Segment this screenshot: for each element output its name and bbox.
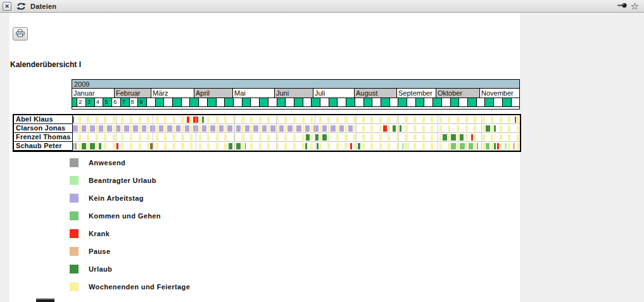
day-cell: [283, 143, 284, 149]
legend: AnwesendBeantragter UrlaubKein Arbeitsta…: [70, 158, 190, 300]
weekend-cell: [284, 116, 287, 123]
day-cell: [429, 116, 431, 123]
weeks-row: 23456789: [72, 98, 519, 107]
week-group: [331, 124, 339, 132]
refresh-icon[interactable]: [16, 3, 26, 10]
weekend-cell: [362, 134, 365, 141]
day-cell: [352, 125, 353, 132]
weekend-cell: [396, 134, 399, 141]
week-group: [305, 124, 314, 132]
week-group: [331, 133, 339, 141]
weekend-cell: [422, 143, 425, 149]
weekend-cell: [267, 143, 270, 149]
weekend-cell: [396, 125, 399, 132]
weekend-cell: [302, 116, 305, 123]
day-cell: [94, 116, 95, 123]
week-group: [107, 115, 116, 123]
day-cell: [429, 134, 431, 141]
day-cell: [395, 134, 396, 141]
day-cell: [223, 116, 224, 123]
month-cell: November: [480, 89, 519, 98]
week-group: [469, 142, 477, 150]
week-group: [451, 142, 460, 150]
week-group: [443, 115, 451, 123]
day-cell: [120, 143, 121, 149]
day-cell: [412, 116, 414, 123]
month-cell: Mai: [233, 89, 275, 98]
day-cell: [77, 125, 78, 132]
day-cell: [309, 116, 310, 123]
pin-icon[interactable]: [617, 1, 628, 12]
weekend-cell: [224, 143, 227, 149]
week-group: [469, 115, 477, 123]
week-group: [142, 115, 151, 123]
week-group: [124, 142, 133, 150]
day-cell: [120, 125, 121, 132]
day-cell: [515, 125, 516, 132]
day-cell: [94, 134, 95, 141]
day-cell: [420, 134, 422, 141]
weekend-cell: [164, 143, 167, 149]
weekend-cell: [233, 143, 236, 149]
week-group: [270, 133, 279, 141]
weekend-cell: [233, 125, 236, 132]
week-group: [99, 133, 108, 141]
day-cell: [464, 143, 465, 149]
week-group: [219, 115, 228, 123]
employee-year-strip: [73, 124, 520, 133]
week-number-cell: [72, 98, 77, 106]
week-group: [185, 133, 194, 141]
weekend-cell: [457, 125, 459, 132]
weekend-cell: [465, 125, 468, 132]
weekend-cell: [216, 116, 218, 123]
weekend-cell: [216, 134, 218, 141]
week-group: [357, 115, 365, 123]
week-group: [116, 133, 125, 141]
weekend-cell: [199, 143, 201, 149]
weekend-cell: [457, 134, 459, 141]
day-cell: [360, 134, 362, 141]
weekend-cell: [388, 134, 390, 141]
favorite-star-icon[interactable]: ☆: [631, 1, 639, 11]
week-number-cell: [251, 98, 260, 106]
weekend-cell: [164, 134, 167, 141]
day-cell: [197, 125, 198, 132]
week-number-cell: [329, 98, 338, 106]
weekend-cell: [199, 125, 201, 132]
weekend-cell: [319, 125, 322, 132]
day-cell: [438, 125, 439, 132]
week-number-cell: 6: [112, 98, 121, 106]
week-group: [176, 133, 185, 141]
legend-swatch: [70, 229, 79, 238]
day-cell: [489, 125, 491, 132]
weekend-cell: [491, 143, 493, 149]
weekend-cell: [181, 143, 184, 149]
weekend-cell: [293, 116, 296, 123]
close-button[interactable]: ✕: [3, 2, 11, 11]
legend-swatch: [70, 247, 79, 256]
week-group: [451, 124, 460, 132]
month-cell: April: [194, 89, 233, 98]
day-cell: [369, 143, 370, 149]
week-group: [116, 124, 125, 132]
day-cell: [429, 125, 431, 132]
print-button[interactable]: [13, 27, 28, 41]
weekend-cell: [474, 116, 476, 123]
day-cell: [377, 125, 379, 132]
week-group: [73, 124, 82, 132]
month-cell: August: [355, 89, 397, 98]
week-group: [451, 115, 460, 123]
week-group: [253, 115, 262, 123]
week-group: [365, 124, 374, 132]
weekend-cell: [353, 125, 356, 132]
week-group: [511, 133, 520, 141]
week-group: [107, 142, 116, 150]
legend-swatch: [70, 176, 79, 185]
employee-year-strip: [73, 115, 520, 124]
week-group: [339, 124, 348, 132]
week-group: [426, 124, 434, 132]
week-group: [210, 142, 219, 150]
week-group: [460, 133, 469, 141]
weekend-cell: [344, 125, 347, 132]
day-cell: [369, 134, 370, 141]
